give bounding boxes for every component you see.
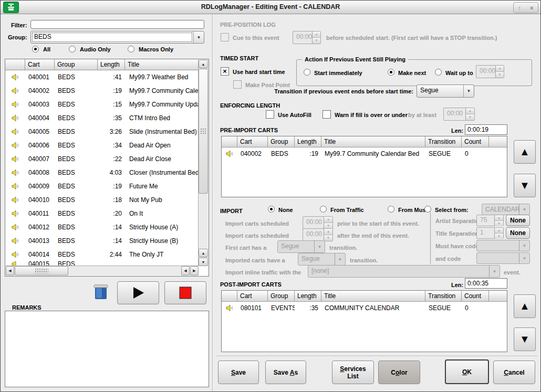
column-transition[interactable]: Transition	[425, 291, 462, 302]
cart-list-row[interactable]: 040002 BEDS :19 My99.7 Community Calenda…	[5, 84, 199, 98]
column-group[interactable]: Group	[55, 59, 98, 70]
services-list-button[interactable]: Services List	[332, 361, 374, 384]
cart-list-row[interactable]: 040012 BEDS :14 Strictly House (A)	[5, 220, 199, 234]
column-group[interactable]: Group	[268, 136, 295, 147]
stop-button[interactable]	[164, 281, 206, 304]
by-at-least-spinner[interactable]: 00:00 ▲▼	[443, 108, 475, 121]
imported-carts-transition-combobox[interactable]: Segue ▼	[298, 253, 346, 266]
scroll-down-icon[interactable]: ▼	[199, 258, 208, 266]
spin-down-icon[interactable]: ▼	[324, 235, 332, 241]
cue-to-event-checkbox[interactable]: ×	[221, 33, 229, 41]
import-prior-spinner[interactable]: 00:00 ▲▼	[303, 216, 333, 229]
spin-up-icon[interactable]: ▲	[466, 108, 474, 114]
use-autofill-checkbox[interactable]: ×	[266, 110, 274, 119]
radio-start-immediately[interactable]	[304, 69, 310, 76]
pre-import-len-input[interactable]	[465, 124, 507, 135]
column-count[interactable]: Count	[462, 291, 489, 302]
artist-separation-spinner[interactable]: 75 ▲▼	[476, 215, 504, 226]
pre-import-move-down-button[interactable]: ▼	[514, 174, 536, 197]
chevron-down-icon[interactable]: ▼	[489, 266, 500, 277]
radio-from-music[interactable]	[388, 206, 394, 213]
chevron-down-icon[interactable]: ▼	[335, 253, 345, 265]
cart-list-vscrollbar[interactable]: ▲ ▲ ▼	[198, 60, 208, 266]
post-import-len-input[interactable]	[465, 278, 507, 289]
chevron-down-icon[interactable]: ▼	[519, 240, 529, 251]
post-import-move-up-button[interactable]: ▲	[514, 294, 536, 318]
trash-icon[interactable]	[92, 282, 109, 303]
hscrollbar-thumb[interactable]	[15, 266, 68, 276]
cart-list-row[interactable]: 040009 BEDS :19 Future Me	[5, 179, 199, 193]
column-cart[interactable]: Cart	[25, 59, 55, 70]
cart-list-row[interactable]: 040008 BEDS 4:03 Closer (Instrumental Be…	[5, 166, 199, 179]
column-icon[interactable]	[5, 59, 25, 70]
radio-all[interactable]	[32, 46, 39, 52]
column-group[interactable]: Group	[268, 291, 295, 302]
radio-macros-only[interactable]	[128, 46, 134, 52]
cart-list-row[interactable]: 040010 BEDS :18 Not My Pub	[5, 193, 199, 207]
title-separation-spinner[interactable]: 1 ▲▼	[476, 227, 504, 239]
use-hard-start-checkbox[interactable]: ×	[221, 67, 229, 76]
import-after-spinner[interactable]: 00:00 ▲▼	[303, 228, 333, 241]
chevron-down-icon[interactable]: ▼	[314, 241, 325, 252]
warn-fill-checkbox[interactable]: ×	[322, 110, 331, 119]
scroll-up-icon[interactable]: ▲	[199, 60, 208, 68]
scroll-up-icon[interactable]: ▲	[199, 249, 208, 257]
column-title[interactable]: Title	[321, 136, 425, 147]
column-cart[interactable]: Cart	[237, 291, 268, 302]
spin-up-icon[interactable]: ▲	[495, 215, 503, 221]
chevron-down-icon[interactable]: ▼	[193, 31, 204, 43]
radio-audio-only[interactable]	[69, 46, 76, 52]
radio-import-none[interactable]	[268, 206, 275, 213]
chevron-down-icon[interactable]: ▼	[519, 253, 529, 263]
spin-down-icon[interactable]: ▼	[466, 114, 474, 120]
ok-button[interactable]: OK	[445, 359, 489, 384]
radio-select-from[interactable]	[424, 206, 431, 213]
spin-up-icon[interactable]: ▲	[495, 228, 503, 234]
cart-list-row[interactable]: 040007 BEDS :22 Dead Air Close	[5, 152, 199, 166]
filter-input[interactable]	[30, 20, 204, 29]
column-length[interactable]: Length	[98, 59, 125, 70]
and-code-combobox[interactable]: ▼	[476, 252, 530, 264]
cart-list-row[interactable]: 040003 BEDS :15 My99.7 Community Update …	[5, 98, 199, 111]
column-cart[interactable]: Cart	[237, 136, 268, 147]
spin-up-icon[interactable]: ▲	[496, 66, 504, 72]
post-import-row[interactable]: 080101 EVENTS :35 COMMUNITY CALENDAR SEG…	[222, 302, 507, 314]
cart-list-row[interactable]: 040011 BEDS :20 On It	[5, 207, 199, 220]
cart-list-row[interactable]: 040006 BEDS :34 Dead Air Open	[5, 139, 199, 152]
radio-wait-up-to[interactable]	[435, 69, 442, 76]
save-as-button[interactable]: Save As	[265, 361, 306, 384]
column-icon[interactable]	[222, 136, 237, 147]
artist-separation-none-button[interactable]: None	[506, 215, 530, 226]
spin-down-icon[interactable]: ▼	[496, 72, 504, 78]
cart-list-row[interactable]: 040013 BEDS :14 Strictly House (B)	[5, 234, 199, 248]
group-combobox[interactable]: BEDS ▼	[30, 31, 204, 44]
column-length[interactable]: Length	[295, 136, 321, 147]
column-transition[interactable]: Transition	[425, 136, 462, 147]
spin-up-icon[interactable]: ▲	[313, 31, 320, 38]
must-have-code-combobox[interactable]: ▼	[476, 240, 530, 251]
spin-down-icon[interactable]: ▼	[495, 221, 503, 226]
transition-combobox[interactable]: Segue ▼	[417, 84, 474, 98]
column-count[interactable]: Count	[462, 136, 489, 147]
column-icon[interactable]	[222, 291, 237, 302]
pre-import-row[interactable]: 040002 BEDS :19 My99.7 Community Calenda…	[222, 147, 507, 160]
play-button[interactable]	[117, 281, 159, 304]
column-length[interactable]: Length	[295, 291, 321, 302]
chevron-down-icon[interactable]: ▼	[519, 204, 529, 215]
cart-list-row[interactable]: 040001 BEDS :41 My99.7 Weather Bed	[5, 70, 199, 84]
close-icon[interactable]: ×	[530, 5, 533, 11]
vscrollbar-thumb[interactable]	[199, 69, 208, 194]
wait-time-spinner[interactable]: 00:00 ▲▼	[476, 65, 504, 78]
cart-list-row[interactable]: 040005 BEDS 3:26 Slide (Instrumental Bed…	[5, 125, 199, 139]
spin-up-icon[interactable]: ▲	[324, 217, 332, 223]
spin-down-icon[interactable]: ▼	[313, 38, 320, 44]
cue-time-spinner[interactable]: 00:00 ▲▼	[293, 31, 321, 44]
scroll-left-icon[interactable]: ◀	[6, 266, 14, 276]
cart-list-row[interactable]: 040014 BEDS 2:44 The Only JT	[5, 248, 199, 261]
scroll-right-icon[interactable]: ▶	[190, 266, 199, 276]
title-separation-none-button[interactable]: None	[506, 227, 530, 239]
shade-icon[interactable]: ↑	[518, 5, 522, 11]
save-button[interactable]: Save	[218, 361, 259, 384]
cart-list-row[interactable]: 040004 BEDS :35 CTM Intro Bed	[5, 111, 199, 125]
scroll-left-icon[interactable]: ◀	[181, 266, 190, 276]
